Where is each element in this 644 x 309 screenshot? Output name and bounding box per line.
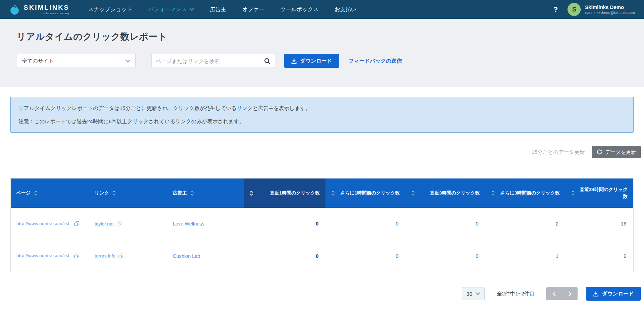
download-button[interactable]: ダウンロード [284, 54, 339, 68]
page-url-link[interactable]: http://www.nunez.com/list [16, 252, 71, 260]
brand-text: SKIMLINKS a Taboola company [24, 4, 70, 15]
help-icon[interactable]: ? [554, 5, 558, 14]
banner-line-1: リアルタイムクリックレポートのデータは15分ごとに更新され、クリック数が発生して… [18, 104, 626, 112]
column-header-label: 直近3時間のクリック数 [418, 190, 480, 197]
column-header-clicks-prev-3h[interactable]: さらに3時間前のクリック数 [485, 179, 565, 208]
column-header-clicks-prev-1h[interactable]: さらに1時間前のクリック数 [325, 179, 405, 208]
nav-item-payments[interactable]: お支払い [335, 6, 356, 13]
user-name: Skimlinks Demo [585, 4, 635, 11]
copy-icon[interactable] [116, 221, 122, 227]
advertiser-link[interactable]: Love Wellness [167, 221, 244, 227]
info-banner: リアルタイムクリックレポートのデータは15分ごとに更新され、クリック数が発生して… [10, 97, 634, 133]
clicks-prev-3h-value: 1 [485, 253, 565, 259]
chevron-left-icon [553, 291, 556, 296]
column-header-label: リンク [95, 190, 109, 197]
rows-per-page-select[interactable]: 30 [462, 287, 485, 300]
table-row: http://www.nunez.com/list taylor.net Lov… [11, 208, 633, 240]
refresh-row: 15分ごとのデータ更新 データを更新 [0, 146, 641, 158]
sort-icon [34, 190, 38, 196]
pager [546, 287, 578, 300]
column-header-label: 直近24時間のクリック数 [578, 186, 628, 200]
refresh-note: 15分ごとのデータ更新 [532, 149, 585, 156]
link-text[interactable]: torres.info [95, 253, 115, 259]
column-header-label: 直近1時間のクリック数 [257, 190, 320, 197]
clicks-last-24h-value: 9 [565, 253, 633, 259]
page-header-section: リアルタイムのクリック数レポート 全てのサイト ダウンロード フィードバックの送… [0, 19, 644, 87]
page-url-link[interactable]: http://www.nunez.com/list [16, 220, 71, 228]
search-icon[interactable] [264, 58, 271, 64]
copy-icon[interactable] [74, 253, 79, 259]
nav-item-toolbox[interactable]: ツールボックス [280, 6, 319, 13]
rows-per-page-value: 30 [467, 291, 473, 297]
chevron-down-icon [190, 8, 194, 11]
column-header-label: さらに1時間前のクリック数 [338, 190, 400, 197]
nav-item-label: お支払い [335, 6, 356, 13]
sort-icon [491, 190, 495, 196]
download-icon [291, 58, 297, 64]
refresh-icon [597, 149, 602, 155]
nav-item-label: オファー [242, 6, 264, 13]
top-navbar: SKIMLINKS a Taboola company スナップショット パフォ… [0, 0, 644, 19]
chevron-right-icon [568, 291, 572, 296]
link-cell[interactable]: torres.info [89, 253, 167, 259]
sort-icon [249, 190, 253, 196]
pagination-range-text: 全2件中1~2件目 [497, 291, 534, 297]
column-header-label: 広告主 [173, 190, 187, 197]
sort-icon [190, 190, 194, 196]
user-email: naomi.k+demo@taboola.com [585, 10, 635, 15]
refresh-button-label: データを更新 [605, 149, 636, 156]
copy-icon[interactable] [118, 253, 123, 259]
sort-icon [571, 190, 575, 196]
table-header-row: ページ リンク 広告主 直近1時間のクリック数 [11, 179, 633, 208]
nav-item-performance[interactable]: パフォーマンス [148, 6, 194, 13]
sort-icon [112, 190, 116, 196]
nav-item-label: ツールボックス [280, 6, 319, 13]
nav-item-advertisers[interactable]: 広告主 [210, 6, 226, 13]
column-header-clicks-last-24h[interactable]: 直近24時間のクリック数 [565, 179, 633, 208]
sort-icon [411, 190, 415, 196]
nav-right: ? S Skimlinks Demo naomi.k+demo@taboola.… [554, 3, 635, 16]
nav-item-snapshot[interactable]: スナップショット [88, 6, 132, 13]
refresh-data-button[interactable]: データを更新 [592, 146, 641, 158]
user-menu[interactable]: S Skimlinks Demo naomi.k+demo@taboola.co… [567, 3, 635, 16]
nav-items: スナップショット パフォーマンス 広告主 オファー ツールボックス お支払い [88, 6, 357, 13]
site-filter-value: 全てのサイト [22, 58, 54, 64]
table-row: http://www.nunez.com/list torres.info Cu… [11, 240, 633, 272]
advertiser-link[interactable]: Cushion Lab [167, 253, 244, 259]
pagination-row: 30 全2件中1~2件目 ダウンロード [0, 287, 641, 301]
download-icon [593, 291, 599, 297]
page-title: リアルタイムのクリック数レポート [17, 31, 627, 43]
sort-icon [331, 190, 335, 196]
copy-icon[interactable] [74, 221, 79, 226]
next-page-button[interactable] [562, 287, 578, 300]
skimlinks-droplet-icon [9, 4, 20, 15]
page-url-cell[interactable]: http://www.nunez.com/list [11, 252, 89, 260]
skimlinks-logo[interactable]: SKIMLINKS a Taboola company [9, 4, 70, 15]
column-header-clicks-last-1h[interactable]: 直近1時間のクリック数 [244, 179, 325, 208]
nav-item-label: パフォーマンス [148, 6, 187, 13]
clicks-last-3h-value: 0 [405, 253, 485, 259]
download-button-label: ダウンロード [602, 291, 634, 297]
clicks-last-24h-value: 16 [565, 221, 633, 227]
search-input[interactable] [156, 58, 264, 64]
prev-page-button[interactable] [546, 287, 562, 300]
nav-item-offers[interactable]: オファー [242, 6, 264, 13]
column-header-clicks-last-3h[interactable]: 直近3時間のクリック数 [405, 179, 485, 208]
chevron-down-icon [476, 292, 480, 295]
banner-line-2: 注意：このレポートでは過去24時間に6回以上クリックされているリンクのみが表示さ… [18, 118, 626, 125]
link-text[interactable]: taylor.net [95, 221, 114, 227]
column-header-page[interactable]: ページ [11, 179, 89, 208]
send-feedback-link[interactable]: フィードバックの送信 [349, 58, 402, 64]
brand-name: SKIMLINKS [24, 4, 70, 11]
clicks-table: ページ リンク 広告主 直近1時間のクリック数 [10, 178, 634, 272]
column-header-advertiser[interactable]: 広告主 [167, 179, 244, 208]
column-header-link[interactable]: リンク [89, 179, 167, 208]
link-cell[interactable]: taylor.net [89, 221, 167, 227]
column-header-label: さらに3時間前のクリック数 [498, 190, 560, 197]
nav-item-label: 広告主 [210, 6, 226, 13]
brand-subtitle: a Taboola company [43, 12, 69, 15]
site-filter-select[interactable]: 全てのサイト [17, 54, 136, 68]
download-button[interactable]: ダウンロード [586, 287, 641, 301]
filter-row: 全てのサイト ダウンロード フィードバックの送信 [17, 54, 627, 68]
page-url-cell[interactable]: http://www.nunez.com/list [11, 220, 89, 228]
